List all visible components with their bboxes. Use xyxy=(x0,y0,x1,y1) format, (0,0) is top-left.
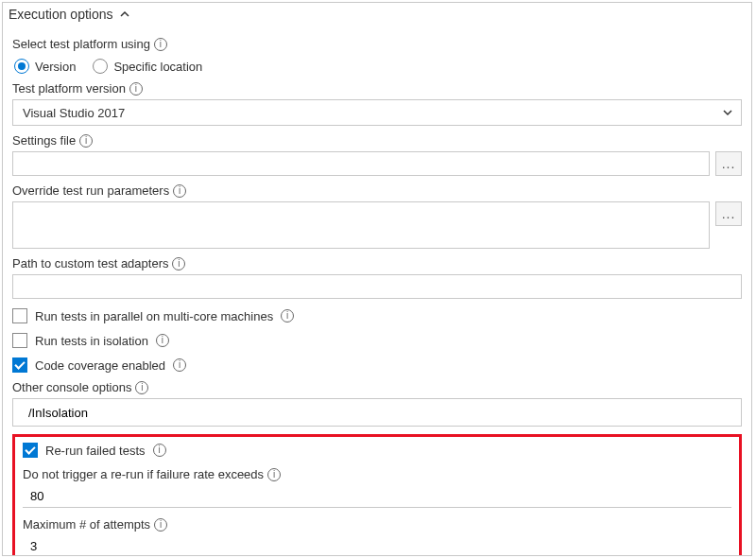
info-icon[interactable]: i xyxy=(173,184,186,198)
rerun-highlight: Re-run failed tests i Do not trigger a r… xyxy=(12,434,742,556)
info-icon[interactable]: i xyxy=(79,134,93,148)
info-icon[interactable]: i xyxy=(267,468,281,481)
coverage-row: Code coverage enabled i xyxy=(12,357,742,373)
custom-adapters-input[interactable] xyxy=(12,274,742,299)
isolation-checkbox[interactable] xyxy=(12,333,27,348)
platform-version-select[interactable]: Visual Studio 2017 xyxy=(12,99,742,126)
platform-version-label: Test platform version xyxy=(12,81,126,96)
console-input-wrap xyxy=(12,398,742,427)
failure-rate-input[interactable] xyxy=(23,485,731,508)
override-params-label-row: Override test run parameters i xyxy=(12,183,742,198)
override-params-label: Override test run parameters xyxy=(12,183,169,198)
info-icon[interactable]: i xyxy=(154,518,167,532)
browse-button[interactable]: ... xyxy=(715,201,742,226)
info-icon[interactable]: i xyxy=(172,257,185,270)
platform-radio-group: Version Specific location xyxy=(14,59,742,74)
radio-specific-label: Specific location xyxy=(113,60,202,74)
override-params-input[interactable] xyxy=(12,201,710,249)
coverage-checkbox[interactable] xyxy=(12,357,27,373)
isolation-row: Run tests in isolation i xyxy=(12,333,742,348)
radio-version-label: Version xyxy=(35,60,76,74)
rerun-label: Re-run failed tests xyxy=(45,444,146,458)
platform-label: Select test platform using xyxy=(12,37,150,51)
max-attempts-label-row: Maximum # of attempts i xyxy=(23,517,731,532)
settings-file-input[interactable] xyxy=(12,151,710,176)
section-title: Execution options xyxy=(9,7,113,22)
rerun-row: Re-run failed tests i xyxy=(23,443,731,458)
platform-version-value: Visual Studio 2017 xyxy=(23,106,125,120)
settings-file-row: ... xyxy=(12,151,742,176)
console-label-row: Other console options i xyxy=(12,380,742,394)
info-icon[interactable]: i xyxy=(135,381,148,394)
custom-adapters-label-row: Path to custom test adapters i xyxy=(12,256,742,270)
radio-button-icon xyxy=(93,59,108,74)
max-attempts-label: Maximum # of attempts xyxy=(23,517,150,532)
custom-adapters-label: Path to custom test adapters xyxy=(12,256,168,270)
ellipsis-icon: ... xyxy=(722,156,736,171)
ellipsis-icon: ... xyxy=(722,206,736,221)
radio-version[interactable]: Version xyxy=(14,59,76,74)
parallel-label: Run tests in parallel on multi-core mach… xyxy=(35,309,273,323)
settings-file-label: Settings file xyxy=(12,133,76,148)
platform-label-row: Select test platform using i xyxy=(12,37,742,51)
info-icon[interactable]: i xyxy=(281,309,294,323)
console-label: Other console options xyxy=(12,380,131,394)
failure-rate-label-row: Do not trigger a re-run if failure rate … xyxy=(23,467,731,481)
isolation-label: Run tests in isolation xyxy=(35,334,148,348)
chevron-down-icon xyxy=(722,107,733,118)
info-icon[interactable]: i xyxy=(129,82,143,96)
parallel-checkbox[interactable] xyxy=(12,308,27,323)
console-input[interactable] xyxy=(21,401,733,424)
radio-button-icon xyxy=(14,59,29,74)
chevron-up-icon xyxy=(119,9,130,20)
browse-button[interactable]: ... xyxy=(715,151,742,176)
section-header[interactable]: Execution options xyxy=(3,3,751,24)
parallel-row: Run tests in parallel on multi-core mach… xyxy=(12,308,742,323)
platform-version-label-row: Test platform version i xyxy=(12,81,742,96)
info-icon[interactable]: i xyxy=(173,358,186,372)
execution-options-panel: Execution options Select test platform u… xyxy=(2,2,752,556)
settings-file-label-row: Settings file i xyxy=(12,133,742,148)
info-icon[interactable]: i xyxy=(154,38,167,51)
radio-specific-location[interactable]: Specific location xyxy=(93,59,202,74)
coverage-label: Code coverage enabled xyxy=(35,358,165,373)
rerun-checkbox[interactable] xyxy=(23,443,38,458)
max-attempts-input[interactable] xyxy=(23,535,731,556)
form-body: Select test platform using i Version Spe… xyxy=(3,24,751,556)
failure-rate-label: Do not trigger a re-run if failure rate … xyxy=(23,467,264,481)
info-icon[interactable]: i xyxy=(153,444,166,457)
info-icon[interactable]: i xyxy=(156,334,169,347)
override-params-row: ... xyxy=(12,201,742,249)
